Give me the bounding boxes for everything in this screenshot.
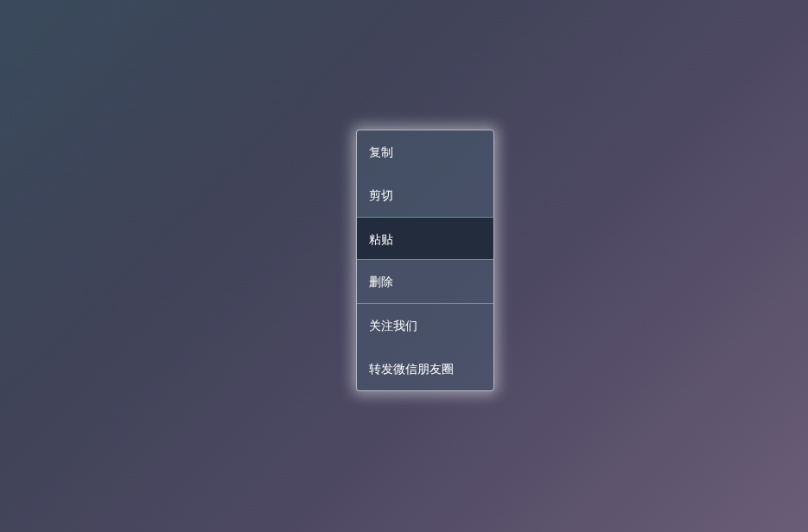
menu-item-cut[interactable]: 剪切 [357, 174, 493, 217]
context-menu: 复制 剪切 粘贴 删除 关注我们 转发微信朋友圈 [356, 130, 494, 391]
menu-group-share: 关注我们 转发微信朋友圈 [357, 304, 493, 390]
menu-group-edit: 复制 剪切 粘贴 删除 [357, 130, 493, 304]
menu-item-delete[interactable]: 删除 [357, 260, 493, 303]
menu-item-paste[interactable]: 粘贴 [357, 217, 493, 260]
menu-item-follow-us[interactable]: 关注我们 [357, 304, 493, 347]
menu-item-share-to-moments[interactable]: 转发微信朋友圈 [357, 347, 493, 390]
menu-item-copy[interactable]: 复制 [357, 130, 493, 174]
